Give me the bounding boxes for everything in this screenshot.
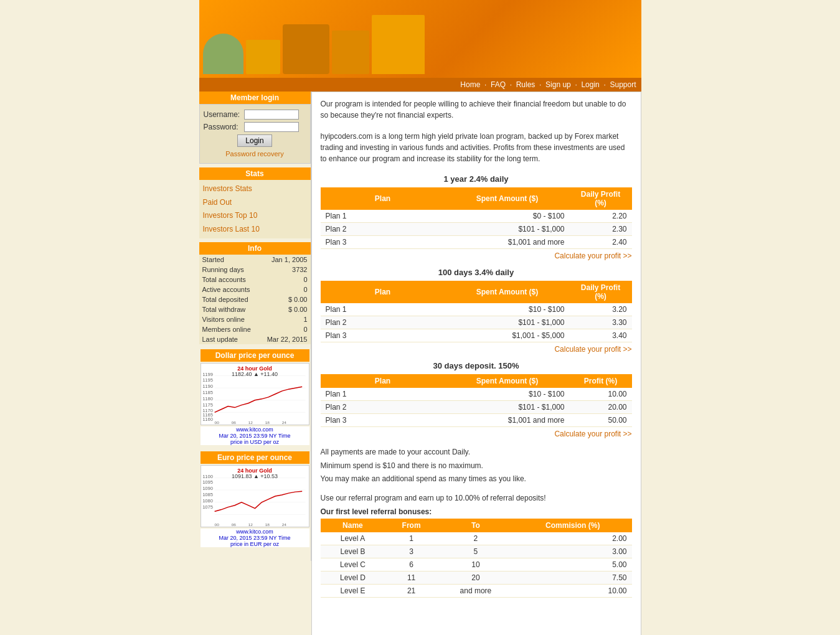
main-content: Our program is intended for people willi… [311, 92, 641, 635]
login-button[interactable]: Login [237, 134, 271, 147]
nav-faq[interactable]: FAQ [491, 80, 506, 89]
username-input[interactable] [244, 110, 299, 120]
plan3-calc-link[interactable]: Calculate your profit >> [554, 430, 631, 438]
plan3-row-1: Plan 1 $10 - $100 10.00 [321, 388, 632, 401]
payments-info: All payments are made to your account Da… [321, 446, 632, 486]
intro-text-1: Our program is intended for people willi… [321, 98, 632, 121]
svg-text:06: 06 [231, 421, 236, 425]
plan1-row-2: Plan 2 $101 - $1,000 2.30 [321, 223, 632, 236]
stats-header: Stats [199, 167, 311, 180]
svg-text:1199: 1199 [202, 372, 213, 377]
plan3-row-3: Plan 3 $1,001 and more 50.00 [321, 414, 632, 427]
svg-text:1080: 1080 [202, 499, 213, 504]
username-label: Username: [204, 110, 244, 119]
svg-text:12: 12 [248, 523, 253, 527]
info-row-active-accounts: Active accounts 0 [199, 285, 311, 294]
info-row-total-withdraw: Total withdraw $ 0.00 [199, 304, 311, 314]
svg-text:18: 18 [265, 523, 270, 527]
svg-text:06: 06 [231, 523, 236, 527]
nav-home[interactable]: Home [460, 80, 480, 89]
referral-row-b: Level B 3 5 3.00 [321, 545, 632, 558]
plan2-title: 100 days 3.4% daily [321, 268, 632, 277]
svg-text:1075: 1075 [202, 504, 213, 510]
dollar-chart-footer: www.kitco.com Mar 20, 2015 23:59 NY Time… [201, 426, 309, 445]
referral-col-from: From [385, 519, 437, 532]
login-box: Username: Password: Login Password recov… [199, 104, 311, 164]
info-row-running-days: Running days 3732 [199, 265, 311, 275]
nav-support[interactable]: Support [610, 80, 636, 89]
referral-col-name: Name [321, 519, 385, 532]
svg-text:24: 24 [281, 421, 286, 425]
info-row-visitors-online: Visitors online 1 [199, 314, 311, 324]
info-row-last-update: Last update Mar 22, 2015 [199, 334, 311, 344]
paid-out-link[interactable]: Paid Out [203, 196, 307, 210]
plan2-row-2: Plan 2 $101 - $1,000 3.30 [321, 316, 632, 329]
dollar-chart-section: Dollar price per ounce 24 hour Gold 1182… [199, 348, 311, 446]
dollar-chart-price: 1182.40 ▲ +11.40 [232, 371, 278, 377]
investors-last10-link[interactable]: Investors Last 10 [203, 223, 307, 237]
svg-text:1180: 1180 [202, 397, 213, 402]
nav-login[interactable]: Login [581, 80, 599, 89]
plan2-row-1: Plan 1 $10 - $100 3.20 [321, 303, 632, 316]
member-login-header: Member login [199, 92, 311, 104]
svg-text:1095: 1095 [202, 480, 213, 486]
svg-text:1160: 1160 [202, 417, 213, 423]
euro-chart-footer: www.kitco.com Mar 20, 2015 23:59 NY Time… [201, 529, 309, 547]
sidebar: Member login Username: Password: Login P… [199, 92, 311, 561]
referral-intro: Use our referral program and earn up to … [321, 494, 632, 502]
euro-chart-section: Euro price per ounce 24 hour Gold 1091.8… [199, 450, 311, 548]
info-row-started: Started Jan 1, 2005 [199, 255, 311, 265]
password-input[interactable] [244, 122, 299, 132]
plan3-title: 30 days deposit. 150% [321, 361, 632, 370]
svg-text:1175: 1175 [202, 402, 213, 408]
euro-chart-price: 1091.83 ▲ +10.53 [232, 473, 278, 479]
plan2-table: Plan Spent Amount ($) Daily Profit (%) P… [321, 281, 632, 342]
svg-text:12: 12 [248, 421, 253, 425]
password-recovery-link[interactable]: Password recovery [225, 150, 284, 158]
info-row-total-accounts: Total accounts 0 [199, 275, 311, 285]
stats-links: Investors Stats Paid Out Investors Top 1… [199, 180, 311, 238]
referral-col-to: To [438, 519, 514, 532]
plan2-col-spent: Spent Amount ($) [445, 281, 570, 303]
investors-top10-link[interactable]: Investors Top 10 [203, 209, 307, 223]
svg-text:1090: 1090 [202, 486, 213, 492]
info-table: Started Jan 1, 2005 Running days 3732 To… [199, 255, 311, 344]
plan2-row-3: Plan 3 $1,001 - $5,000 3.40 [321, 329, 632, 342]
dollar-chart-header: Dollar price per ounce [201, 349, 309, 362]
info-row-members-online: Members online 0 [199, 324, 311, 334]
plan2-col-profit: Daily Profit (%) [570, 281, 632, 303]
nav-signup[interactable]: Sign up [545, 80, 571, 89]
info-header: Info [199, 242, 311, 255]
plan3-row-2: Plan 2 $101 - $1,000 20.00 [321, 401, 632, 414]
plan1-col-profit: Daily Profit (%) [570, 187, 632, 210]
euro-chart: 24 hour Gold 1091.83 ▲ +10.53 1100 1095 … [201, 465, 309, 527]
nav-bar: Home · FAQ · Rules · Sign up · Login · S… [199, 78, 641, 92]
svg-text:1185: 1185 [202, 390, 213, 396]
nav-rules[interactable]: Rules [516, 80, 536, 89]
referral-row-d: Level D 11 20 7.50 [321, 571, 632, 584]
referral-row-e: Level E 21 and more 10.00 [321, 584, 632, 597]
header-banner [199, 0, 641, 78]
svg-text:00: 00 [214, 523, 219, 527]
password-label: Password: [204, 123, 244, 131]
plan3-col-plan: Plan [321, 374, 445, 388]
svg-text:24: 24 [281, 523, 286, 527]
plan3-col-profit: Profit (%) [570, 374, 632, 388]
svg-text:1195: 1195 [202, 378, 213, 383]
plan1-row-3: Plan 3 $1,001 and more 2.40 [321, 236, 632, 249]
investors-stats-link[interactable]: Investors Stats [203, 182, 307, 196]
plan1-row-1: Plan 1 $0 - $100 2.20 [321, 210, 632, 223]
referral-subtitle: Our first level referral bonuses: [321, 507, 632, 516]
euro-chart-header: Euro price per ounce [201, 451, 309, 464]
plan1-title: 1 year 2.4% daily [321, 174, 632, 184]
referral-row-c: Level C 6 10 5.00 [321, 558, 632, 571]
info-row-total-deposited: Total deposited $ 0.00 [199, 294, 311, 304]
svg-text:1085: 1085 [202, 492, 213, 498]
svg-text:18: 18 [265, 421, 270, 425]
plan1-calc-link[interactable]: Calculate your profit >> [554, 252, 631, 260]
plan3-col-spent: Spent Amount ($) [445, 374, 570, 388]
plan2-col-plan: Plan [321, 281, 445, 303]
plan3-table: Plan Spent Amount ($) Profit (%) Plan 1 … [321, 374, 632, 427]
dollar-chart: 24 hour Gold 1182.40 ▲ +11.40 1199 1195 … [201, 363, 309, 425]
plan2-calc-link[interactable]: Calculate your profit >> [554, 345, 631, 354]
